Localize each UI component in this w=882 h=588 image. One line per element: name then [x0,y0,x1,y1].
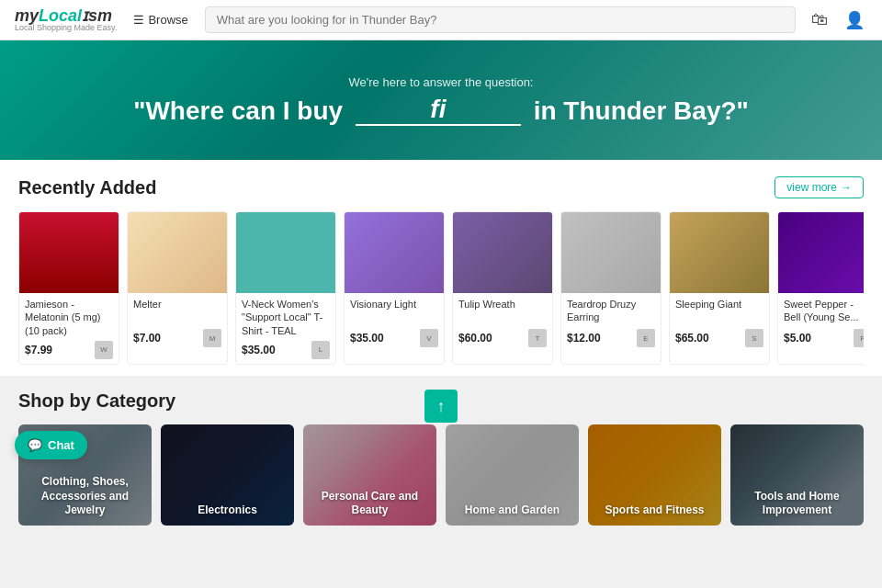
logo[interactable]: myLocalɪsm Local Shopping Made Easy. [15,7,117,32]
product-card[interactable]: Teardrop Druzy Earring $12.00 E [560,211,662,365]
chat-icon: 💬 [28,438,42,452]
logo-text: myLocalɪsm [15,7,117,24]
category-label: Sports and Fitness [588,503,721,518]
arrow-right-icon: → [841,181,852,194]
product-price-row: $5.00 P [784,329,864,347]
store-logo: S [745,329,763,347]
product-card[interactable]: Visionary Light $35.00 V [344,211,445,365]
view-more-button[interactable]: view more → [775,176,864,198]
browse-button[interactable]: ☰ Browse [128,13,193,27]
product-card[interactable]: V-Neck Women's "Support Local" T-Shirt -… [235,211,336,365]
product-name: Visionary Light [350,298,438,325]
store-logo: V [420,329,438,347]
category-label: Clothing, Shoes, Accessories and Jewelry [18,475,152,518]
category-card[interactable]: Home and Garden [446,424,579,526]
product-info: Tulip Wreath $60.00 T [453,293,552,352]
product-price: $7.99 [25,344,52,356]
product-info: Visionary Light $35.00 V [345,293,444,352]
store-logo: W [95,341,113,359]
search-input[interactable] [205,6,796,33]
product-price: $5.00 [784,332,811,345]
product-price-row: $7.00 M [133,329,221,347]
product-card[interactable]: Sweet Pepper - Bell (Young Se... $5.00 P [777,211,864,365]
store-logo: E [637,329,655,347]
product-price: $65.00 [675,332,709,345]
product-price: $35.00 [350,332,384,345]
chat-button[interactable]: 💬 Chat [15,431,87,459]
product-image [345,212,444,293]
product-name: Tulip Wreath [458,298,547,325]
category-card[interactable]: Sports and Fitness [588,424,721,526]
category-label: Home and Garden [446,503,579,518]
category-label: Electronics [161,503,294,518]
product-price-row: $35.00 V [350,329,438,347]
hero-title-after: in Thunder Bay?" [534,96,749,125]
product-name: Jamieson - Melatonin (5 mg) (10 pack) [25,298,113,337]
header-icons: 🛍 👤 [807,7,867,33]
chat-label: Chat [48,438,74,452]
product-price: $60.00 [458,332,492,345]
category-image: Electronics [161,424,294,526]
product-card[interactable]: Tulip Wreath $60.00 T [452,211,553,365]
product-card[interactable]: Melter $7.00 M [127,211,228,365]
arrow-up-icon: ↑ [437,397,446,416]
category-label: Personal Care and Beauty [303,490,436,518]
recently-added-section: Recently Added view more → Jamieson - Me… [0,160,882,376]
product-info: Sweet Pepper - Bell (Young Se... $5.00 P [778,293,864,352]
product-name: V-Neck Women's "Support Local" T-Shirt -… [242,298,330,337]
product-price-row: $12.00 E [567,329,655,347]
products-container: Jamieson - Melatonin (5 mg) (10 pack) $7… [18,211,864,365]
section-header: Recently Added view more → [18,176,864,198]
hero-title-before: "Where can I buy [133,96,343,125]
product-price-row: $60.00 T [458,329,547,347]
product-info: Teardrop Druzy Earring $12.00 E [561,293,661,352]
category-card[interactable]: Personal Care and Beauty [303,424,436,526]
store-logo: P [854,329,864,347]
product-price-row: $7.99 W [25,341,113,359]
product-price: $12.00 [567,332,601,345]
header: myLocalɪsm Local Shopping Made Easy. ☰ B… [0,0,882,40]
hero-subtitle: We're here to answer the question: [349,75,534,89]
logo-tagline: Local Shopping Made Easy. [15,24,117,32]
product-price: $7.00 [133,332,161,345]
hero-banner: We're here to answer the question: "Wher… [0,40,882,160]
scroll-to-top-button[interactable]: ↑ [424,390,458,423]
category-image: Personal Care and Beauty [303,424,436,526]
category-image: Sports and Fitness [588,424,721,526]
category-card[interactable]: Electronics [161,424,294,526]
product-name: Sweet Pepper - Bell (Young Se... [784,298,864,325]
product-image [236,212,335,293]
product-info: Melter $7.00 M [128,293,227,352]
category-label: Tools and Home Improvement [730,490,864,518]
product-name: Teardrop Druzy Earring [567,298,655,325]
product-image [778,212,864,293]
product-card[interactable]: Sleeping Giant $65.00 S [669,211,770,365]
hero-blank[interactable]: fi [356,95,521,126]
section-title: Recently Added [18,177,156,198]
cart-icon[interactable]: 🛍 [807,7,832,33]
product-price: $35.00 [242,344,276,356]
product-image [670,212,769,293]
product-image [128,212,227,293]
product-name: Sleeping Giant [675,298,763,325]
hamburger-icon: ☰ [133,13,144,27]
browse-label: Browse [148,13,187,27]
category-image: Tools and Home Improvement [730,424,864,526]
product-card[interactable]: Jamieson - Melatonin (5 mg) (10 pack) $7… [18,211,119,365]
categories-grid: Clothing, Shoes, Accessories and Jewelry… [18,424,864,526]
hero-title: "Where can I buy fi in Thunder Bay?" [133,95,749,126]
product-price-row: $65.00 S [675,329,763,347]
store-logo: L [311,341,330,359]
product-info: Sleeping Giant $65.00 S [670,293,769,352]
store-logo: M [203,329,221,347]
product-info: V-Neck Women's "Support Local" T-Shirt -… [236,293,335,364]
product-price-row: $35.00 L [242,341,330,359]
category-card[interactable]: Tools and Home Improvement [730,424,864,526]
view-more-label: view more [786,181,837,194]
product-info: Jamieson - Melatonin (5 mg) (10 pack) $7… [19,293,119,364]
store-logo: T [528,329,547,347]
product-image [453,212,552,293]
user-icon[interactable]: 👤 [842,7,867,33]
category-image: Home and Garden [446,424,579,526]
product-image [19,212,119,293]
